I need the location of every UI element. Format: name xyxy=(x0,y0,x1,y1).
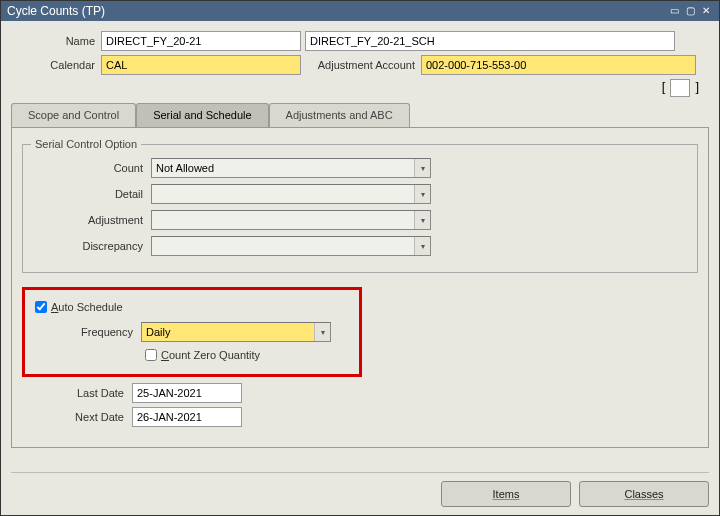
adjustment-input[interactable] xyxy=(151,210,431,230)
window-controls: ▭ ▢ ✕ xyxy=(667,5,713,17)
discrepancy-input[interactable] xyxy=(151,236,431,256)
tab-scope[interactable]: Scope and Control xyxy=(11,103,136,127)
auto-schedule-label: Auto Schedule xyxy=(51,301,123,313)
name-field[interactable] xyxy=(101,31,301,51)
serial-control-legend: Serial Control Option xyxy=(31,138,141,150)
tab-serial[interactable]: Serial and Schedule xyxy=(136,103,268,127)
minimize-icon[interactable]: ▭ xyxy=(667,5,681,17)
count-label: Count xyxy=(31,162,151,174)
maximize-icon[interactable]: ▢ xyxy=(683,5,697,17)
chevron-down-icon[interactable]: ▾ xyxy=(414,211,430,229)
chevron-down-icon[interactable]: ▾ xyxy=(414,185,430,203)
count-zero-label: Count Zero Quantity xyxy=(161,349,260,361)
content-area: Name Calendar Adjustment Account [ ] Sco… xyxy=(1,21,719,515)
bracket-open-icon: [ xyxy=(662,79,666,94)
chevron-down-icon[interactable]: ▾ xyxy=(414,237,430,255)
tab-body: Serial Control Option Count ▾ Detail ▾ A… xyxy=(11,128,709,448)
calendar-field[interactable] xyxy=(101,55,301,75)
name-label: Name xyxy=(11,35,101,47)
serial-control-group: Serial Control Option Count ▾ Detail ▾ A… xyxy=(22,138,698,273)
adjustment-combo[interactable]: ▾ xyxy=(151,210,431,230)
next-date-label: Next Date xyxy=(22,411,132,423)
adjustment-account-field[interactable] xyxy=(421,55,696,75)
count-zero-checkbox[interactable] xyxy=(145,349,157,361)
bracket-close-icon: ] xyxy=(695,79,699,94)
close-icon[interactable]: ✕ xyxy=(699,5,713,17)
chevron-down-icon[interactable]: ▾ xyxy=(414,159,430,177)
detail-label: Detail xyxy=(31,188,151,200)
frequency-input[interactable] xyxy=(141,322,331,342)
discrepancy-label: Discrepancy xyxy=(31,240,151,252)
flexfield-button[interactable] xyxy=(670,79,690,97)
classes-button[interactable]: Classes xyxy=(579,481,709,507)
footer: Items Classes xyxy=(11,472,709,507)
items-button[interactable]: Items xyxy=(441,481,571,507)
tab-strip: Scope and Control Serial and Schedule Ad… xyxy=(11,103,709,128)
auto-schedule-highlight: Auto Schedule Frequency ▾ Count Zero Qua… xyxy=(22,287,362,377)
next-date-field[interactable] xyxy=(132,407,242,427)
discrepancy-combo[interactable]: ▾ xyxy=(151,236,431,256)
frequency-label: Frequency xyxy=(31,326,141,338)
adjustment-label: Adjustment xyxy=(31,214,151,226)
auto-schedule-checkbox[interactable] xyxy=(35,301,47,313)
detail-input[interactable] xyxy=(151,184,431,204)
count-combo[interactable]: ▾ xyxy=(151,158,431,178)
tab-adjustments[interactable]: Adjustments and ABC xyxy=(269,103,410,127)
detail-combo[interactable]: ▾ xyxy=(151,184,431,204)
calendar-label: Calendar xyxy=(11,59,101,71)
flexfield-row: [ ] xyxy=(11,79,709,97)
header-form: Name Calendar Adjustment Account [ ] xyxy=(11,31,709,97)
window-title: Cycle Counts (TP) xyxy=(7,1,105,21)
chevron-down-icon[interactable]: ▾ xyxy=(314,323,330,341)
description-field[interactable] xyxy=(305,31,675,51)
frequency-combo[interactable]: ▾ xyxy=(141,322,331,342)
titlebar: Cycle Counts (TP) ▭ ▢ ✕ xyxy=(1,1,719,21)
last-date-label: Last Date xyxy=(22,387,132,399)
last-date-field[interactable] xyxy=(132,383,242,403)
adjustment-account-label: Adjustment Account xyxy=(301,59,421,71)
count-input[interactable] xyxy=(151,158,431,178)
